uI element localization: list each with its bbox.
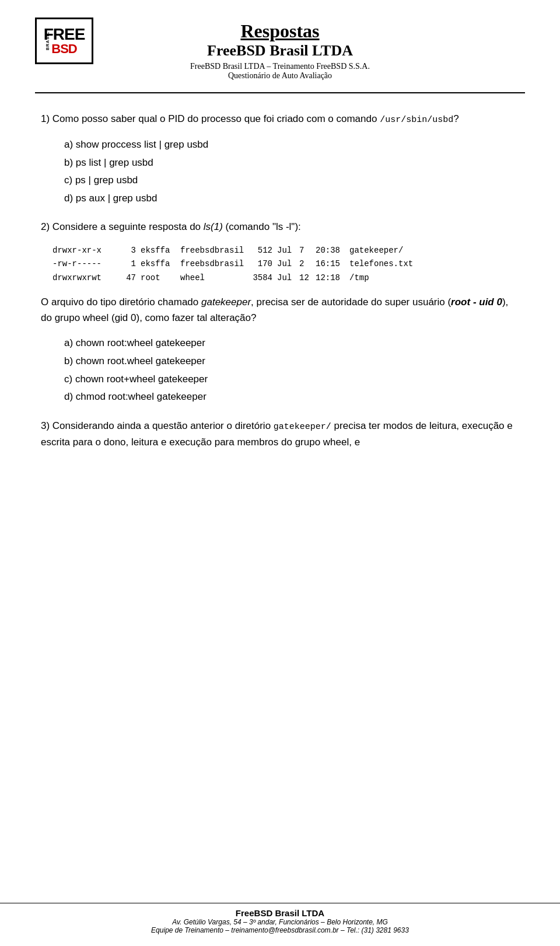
question-2-options: a) chown root:wheel gatekeeper b) chown … [64,334,519,406]
question-2-intro: 2) Considere a seguinte resposta do ls(1… [41,219,519,235]
dir-group-1: freebsdbrasil [180,244,244,258]
dir-size-2: 170 [249,257,272,271]
dir-group-3: wheel [180,271,244,285]
question-1-options: a) show proccess list | grep usbd b) ps … [64,136,519,207]
dir-row-1: drwxr-xr-x 3 eksffa freebsdbrasil 512 Ju… [52,244,519,258]
logo-free-text: FREE [44,26,85,43]
dir-name-1: gatekeeper/ [349,244,403,258]
dir-time-2: 16:15 [316,257,345,271]
footer-contact: Equipe de Treinamento – treinamento@free… [35,926,525,934]
option-2d: d) chmod root:wheel gatekeeper [64,388,519,406]
option-2a: a) chown root:wheel gatekeeper [64,334,519,352]
dir-perm-2: -rw-r----- [52,257,117,271]
question-1-text: 1) Como posso saber qual o PID do proces… [41,111,519,127]
dir-name-2: telefones.txt [349,257,413,271]
option-1b: b) ps list | grep usbd [64,154,519,172]
option-2c: c) chown root+wheel gatekeeper [64,371,519,389]
header-subtitle1: FreeBSD Brasil LTDA – Treinamento FreeBS… [190,62,370,71]
header-text-block: Respostas FreeBSD Brasil LTDA FreeBSD Br… [190,20,370,81]
question-3: 3) Considerando ainda a questão anterior… [41,418,519,450]
footer: FreeBSD Brasil LTDA Av. Getúlio Vargas, … [0,903,560,934]
question-2: 2) Considere a seguinte resposta do ls(1… [41,219,519,406]
dir-row-3: drwxrwxrwt 47 root wheel 3584 Jul 12 12:… [52,271,519,285]
dir-row-2: -rw-r----- 1 eksffa freebsdbrasil 170 Ju… [52,257,519,271]
question-1: 1) Como posso saber qual o PID do proces… [41,111,519,207]
dir-group-2: freebsdbrasil [180,257,244,271]
directory-listing: drwxr-xr-x 3 eksffa freebsdbrasil 512 Ju… [52,244,519,285]
dir-month-3: Jul [277,271,295,285]
dir-day-3: 12 [299,271,311,285]
dir-links-1: 3 [121,244,136,258]
dir-time-3: 12:18 [316,271,345,285]
dir-size-3: 3584 [249,271,272,285]
dir-month-2: Jul [277,257,295,271]
footer-address: Av. Getúlio Vargas, 54 – 3º andar, Funci… [35,918,525,926]
page: BRASIL FREE BSD Respostas FreeBSD Brasil… [0,0,560,946]
option-1a: a) show proccess list | grep usbd [64,136,519,154]
dir-owner-3: root [141,271,176,285]
option-1d: d) ps aux | grep usbd [64,190,519,208]
dir-day-2: 2 [299,257,311,271]
header: BRASIL FREE BSD Respostas FreeBSD Brasil… [35,12,525,93]
dir-day-1: 7 [299,244,311,258]
dir-owner-1: eksffa [141,244,176,258]
logo-brasil-text: BRASIL [46,32,50,50]
question-2-explanation: O arquivo do tipo diretório chamado gate… [41,294,519,326]
dir-links-3: 47 [121,271,136,285]
logo: BRASIL FREE BSD [35,18,93,64]
dir-perm-3: drwxrwxrwt [52,271,117,285]
dir-month-1: Jul [277,244,295,258]
logo-bsd-text: BSD [51,43,76,55]
header-title-company: FreeBSD Brasil LTDA [190,42,370,60]
question-3-text: 3) Considerando ainda a questão anterior… [41,418,519,450]
dir-perm-1: drwxr-xr-x [52,244,117,258]
header-title-main: Respostas [190,20,370,42]
option-1c: c) ps | grep usbd [64,172,519,190]
content: 1) Como posso saber qual o PID do proces… [35,111,525,450]
dir-links-2: 1 [121,257,136,271]
dir-owner-2: eksffa [141,257,176,271]
dir-size-1: 512 [249,244,272,258]
header-subtitle2: Questionário de Auto Avaliação [190,71,370,81]
dir-time-1: 20:38 [316,244,345,258]
option-2b: b) chown root.wheel gatekeeper [64,352,519,371]
dir-name-3: /tmp [349,271,369,285]
footer-company: FreeBSD Brasil LTDA [35,908,525,918]
